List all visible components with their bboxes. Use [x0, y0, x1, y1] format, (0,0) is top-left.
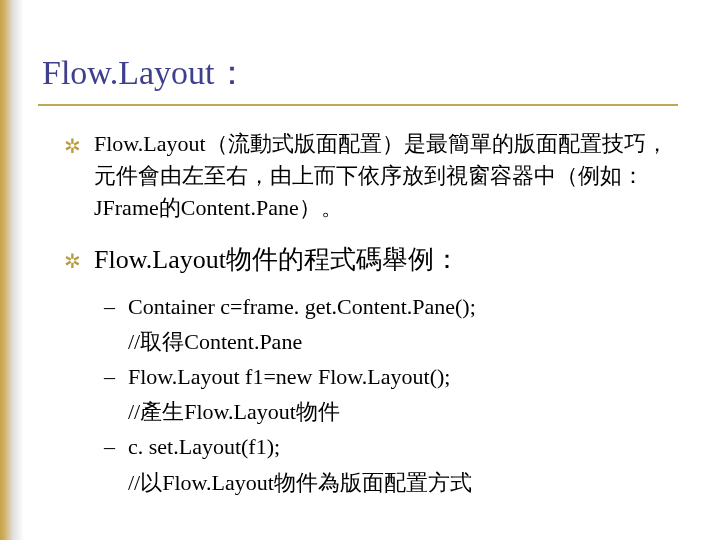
subitem-b: – Flow.Layout f1=new Flow.Layout(); [64, 359, 676, 394]
star-bullet-icon: ✲ [64, 132, 81, 161]
subitem-a: – Container c=frame. get.Content.Pane(); [64, 289, 676, 324]
dash-bullet-icon: – [104, 359, 115, 394]
subitem-b-comment: //產生Flow.Layout物件 [64, 394, 676, 429]
subitem-c-code: c. set.Layout(f1); [128, 434, 280, 459]
bullet-item-1-text: Flow.Layout（流動式版面配置）是最簡單的版面配置技巧，元件會由左至右，… [94, 131, 668, 220]
bullet-item-2: ✲ Flow.Layout物件的程式碼舉例： [64, 240, 676, 279]
dash-bullet-icon: – [104, 289, 115, 324]
bullet-item-2-text: Flow.Layout物件的程式碼舉例： [94, 245, 460, 274]
bullet-item-1: ✲ Flow.Layout（流動式版面配置）是最簡單的版面配置技巧，元件會由左至… [64, 128, 676, 224]
subitem-b-code: Flow.Layout f1=new Flow.Layout(); [128, 364, 450, 389]
subitem-a-code: Container c=frame. get.Content.Pane(); [128, 294, 476, 319]
star-bullet-icon: ✲ [64, 246, 81, 276]
dash-bullet-icon: – [104, 429, 115, 464]
subitem-c: – c. set.Layout(f1); [64, 429, 676, 464]
subitem-c-comment: //以Flow.Layout物件為版面配置方式 [64, 465, 676, 500]
left-gradient-stripe [0, 0, 24, 540]
slide-title: Flow.Layout： [42, 50, 249, 96]
title-underline [38, 104, 678, 106]
slide: Flow.Layout： ✲ Flow.Layout（流動式版面配置）是最簡單的… [0, 0, 720, 540]
subitem-a-comment: //取得Content.Pane [64, 324, 676, 359]
slide-body: ✲ Flow.Layout（流動式版面配置）是最簡單的版面配置技巧，元件會由左至… [64, 128, 676, 500]
